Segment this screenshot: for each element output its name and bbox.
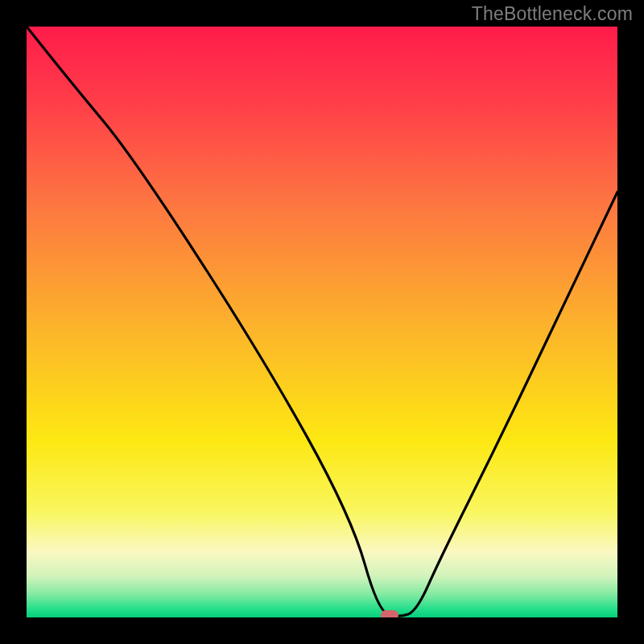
optimal-marker [381,610,398,617]
credit-text: TheBottleneck.com [472,3,633,25]
bottleneck-curve [27,27,617,617]
plot-area [27,27,617,617]
chart-frame: TheBottleneck.com [0,0,644,644]
